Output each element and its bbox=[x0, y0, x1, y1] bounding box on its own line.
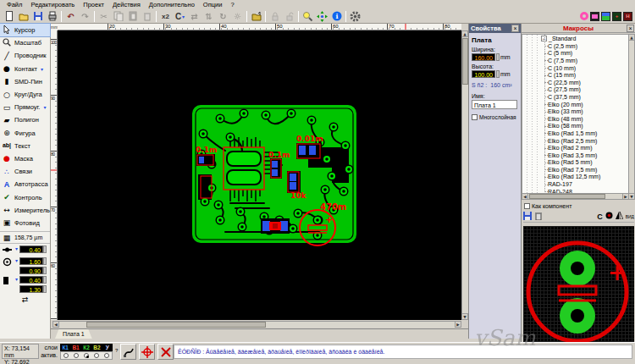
macro-item[interactable]: Elko (Rad 1,5 mm) bbox=[522, 130, 628, 137]
scroll-thumb[interactable] bbox=[462, 38, 468, 85]
layer-label[interactable]: У bbox=[102, 344, 113, 351]
cut-button[interactable]: ✂ bbox=[97, 10, 111, 23]
tool-circle[interactable]: ○Круг/Дуга bbox=[0, 88, 50, 101]
macro-rotate-button[interactable]: C bbox=[597, 212, 603, 221]
delete-button[interactable] bbox=[140, 10, 154, 23]
layer-radio[interactable] bbox=[74, 353, 79, 358]
macro-save-button[interactable] bbox=[523, 212, 532, 222]
tool-photoview[interactable]: ▣Фотовид bbox=[0, 217, 50, 229]
tool-track[interactable]: ╱Проводник bbox=[0, 49, 50, 62]
pad-outer-spinner[interactable] bbox=[43, 257, 47, 265]
macro-item[interactable]: Elko (Rad 2 mm) bbox=[522, 144, 628, 152]
macro-item[interactable]: Elko (Rad 3,5 mm) bbox=[522, 152, 628, 159]
tool-measure[interactable]: ↔Измеритель bbox=[0, 204, 50, 217]
macro-item[interactable]: C (10 mm) bbox=[522, 64, 628, 72]
chevron-down-icon[interactable]: ▾ bbox=[15, 245, 18, 251]
menu-item[interactable]: ? bbox=[226, 1, 238, 8]
close-icon[interactable]: × bbox=[511, 25, 519, 32]
pad-inner-spinner[interactable] bbox=[43, 267, 47, 274]
donut-pad-icon[interactable] bbox=[580, 12, 588, 20]
tool-autoroute[interactable]: AАвтотрасса bbox=[0, 178, 50, 190]
tool-zoom[interactable]: Масштаб bbox=[0, 36, 50, 49]
scroll-up-icon[interactable]: ▲ bbox=[628, 34, 635, 41]
track-width-spinner[interactable] bbox=[43, 245, 47, 253]
export-button[interactable] bbox=[249, 10, 263, 23]
pad-inner-value[interactable]: 0.90 bbox=[19, 267, 43, 274]
rotate-free-button[interactable]: ↻ bbox=[216, 10, 230, 23]
info-button[interactable]: i bbox=[329, 10, 344, 23]
chevron-down-icon[interactable]: ▾ bbox=[15, 276, 18, 282]
macro-item[interactable]: C (7,5 mm) bbox=[522, 57, 628, 64]
smd-width-value[interactable]: 0.40 bbox=[19, 276, 43, 284]
smd-width-spinner[interactable] bbox=[43, 276, 47, 284]
macro-item[interactable]: C (27,5 mm) bbox=[522, 86, 628, 94]
macro-item[interactable]: Elko (58 mm) bbox=[522, 123, 628, 130]
board-tab[interactable]: Плата 1 bbox=[55, 329, 92, 339]
menu-item[interactable]: Действия bbox=[108, 1, 145, 8]
close-icon[interactable]: × bbox=[627, 25, 634, 32]
copy-button[interactable] bbox=[111, 10, 125, 23]
menu-item[interactable]: Проект bbox=[79, 1, 108, 8]
new-button[interactable] bbox=[2, 10, 16, 23]
menu-item[interactable]: Дополнительно bbox=[145, 1, 199, 8]
tool-pad[interactable]: ●Контакт▾ bbox=[0, 63, 50, 75]
tool-shape[interactable]: ⊛Фигура bbox=[0, 127, 50, 140]
smd-height-value[interactable]: 1.30 bbox=[19, 285, 43, 293]
print-button[interactable] bbox=[45, 10, 59, 23]
as-component-checkbox[interactable] bbox=[524, 203, 530, 209]
unlock-button[interactable] bbox=[282, 10, 296, 23]
flip-vertical-button[interactable]: ⇅ bbox=[202, 10, 216, 23]
tool-smd[interactable]: ▮SMD-Пин bbox=[0, 75, 50, 88]
scroll-down-icon[interactable]: ▼ bbox=[628, 193, 635, 200]
scroll-thumb[interactable] bbox=[529, 194, 605, 199]
grid-tool-button[interactable]: + bbox=[612, 12, 621, 21]
chevron-down-icon[interactable]: ▾ bbox=[15, 257, 18, 263]
macro-item[interactable]: C (37,5 mm) bbox=[522, 93, 628, 101]
macro-item[interactable]: Elko (33 mm) bbox=[522, 108, 628, 115]
grid-setting-button[interactable]: ▦158,75 µm bbox=[0, 231, 50, 244]
multilayer-checkbox[interactable] bbox=[472, 114, 478, 120]
tool-test[interactable]: ✔Контроль bbox=[0, 190, 50, 203]
flip-horizontal-button[interactable]: ⇄ bbox=[187, 10, 202, 23]
layer-label[interactable]: В2 bbox=[91, 344, 102, 351]
open-button[interactable] bbox=[16, 10, 30, 23]
macro-preview[interactable]: + Drag and Drop bbox=[523, 226, 634, 358]
layers-tool-button[interactable] bbox=[601, 12, 610, 21]
macro-item[interactable]: Elko (20 mm) bbox=[522, 101, 628, 108]
scroll-left-icon[interactable]: ◀ bbox=[522, 193, 528, 200]
canvas-vertical-scrollbar[interactable]: ▲ ▼ bbox=[461, 30, 468, 320]
macro-item[interactable]: Elko (48 mm) bbox=[522, 115, 628, 123]
scroll-down-icon[interactable]: ▼ bbox=[461, 313, 468, 320]
macro-root-item[interactable]: −_Standard bbox=[522, 35, 628, 42]
macro-delete-button[interactable] bbox=[534, 211, 543, 222]
component-tool-button[interactable] bbox=[590, 12, 599, 21]
scroll-right-icon[interactable]: ▶ bbox=[455, 321, 461, 328]
scroll-thumb[interactable] bbox=[86, 322, 266, 328]
smd-height-spinner[interactable] bbox=[43, 285, 47, 293]
layer-radio[interactable] bbox=[104, 353, 109, 358]
layer-label[interactable]: К2 bbox=[81, 344, 91, 351]
macro-item[interactable]: C (22,5 mm) bbox=[522, 79, 628, 86]
save-button[interactable] bbox=[30, 10, 45, 23]
layer-label[interactable]: К1 bbox=[60, 344, 70, 351]
menu-item[interactable]: Редактировать bbox=[26, 1, 79, 8]
tool-rect[interactable]: ▭Прямоуг.▾ bbox=[0, 101, 50, 113]
scroll-up-icon[interactable]: ▲ bbox=[461, 30, 468, 37]
layer-radio[interactable] bbox=[94, 353, 99, 358]
adjust-button[interactable]: ☼ bbox=[230, 10, 245, 23]
pcb-canvas[interactable]: 0.1m 0.1m 0.01m 10k 470m + bbox=[58, 30, 461, 320]
macro-item[interactable]: Elko (Rad 2,5 mm) bbox=[522, 137, 628, 145]
menu-item[interactable]: Файл bbox=[3, 1, 26, 8]
duplicate-button[interactable]: x2 bbox=[158, 10, 173, 23]
tool-mask[interactable]: ●Маска bbox=[0, 152, 50, 165]
scroll-right-icon[interactable]: ▶ bbox=[622, 193, 629, 200]
track-width-value[interactable]: 0.40 bbox=[19, 245, 43, 253]
bezier-mode-button[interactable] bbox=[120, 344, 136, 360]
macros-vertical-scrollbar[interactable]: ▲ ▼ bbox=[628, 34, 635, 200]
redo-button[interactable]: ↷ bbox=[78, 10, 92, 23]
layer-radio-selected[interactable] bbox=[84, 353, 89, 358]
h-tool-button[interactable]: H bbox=[623, 12, 632, 21]
delete-connection-button[interactable] bbox=[157, 344, 174, 360]
width-spinner[interactable] bbox=[496, 53, 500, 61]
pan-button[interactable] bbox=[315, 10, 329, 23]
